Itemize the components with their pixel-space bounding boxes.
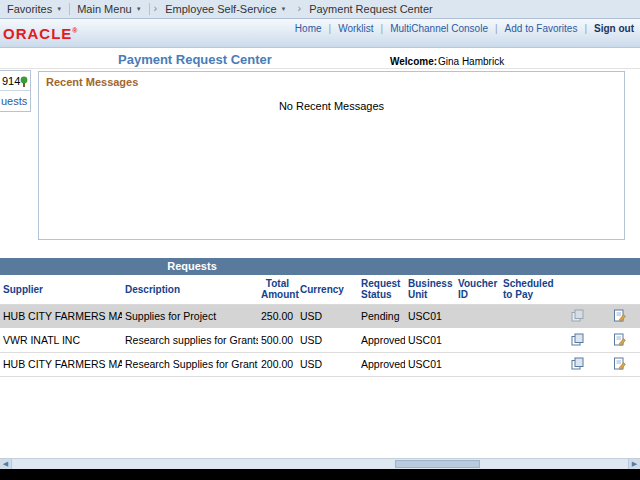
cell-scheduled-to-pay	[500, 304, 556, 328]
column-header-currency: Currency	[297, 275, 358, 304]
cell-currency: USD	[297, 328, 358, 352]
chevron-down-icon: ▼	[136, 6, 142, 12]
favorites-menu[interactable]: Favorites ▼	[0, 3, 69, 15]
breadcrumb-arrow-icon: ›	[293, 2, 302, 16]
cell-supplier: HUB CITY FARMERS MARKET/	[0, 304, 122, 328]
cell-scheduled-to-pay	[500, 328, 556, 352]
column-header-supplier: Supplier	[0, 275, 122, 304]
cell-total-amount: 500.00	[258, 328, 297, 352]
favorites-menu-label: Favorites	[7, 3, 52, 15]
requests-table: Supplier Description Total Amount Curren…	[0, 275, 640, 377]
cell-total-amount: 250.00	[258, 304, 297, 328]
column-header-business-unit: Business Unit	[405, 275, 455, 304]
chevron-down-icon: ▼	[56, 6, 62, 12]
breadcrumb-arrow-icon: ›	[150, 2, 159, 16]
cell-voucher-id	[455, 352, 500, 376]
edit-document-icon[interactable]	[613, 357, 626, 372]
main-menu[interactable]: Main Menu ▼	[70, 3, 148, 15]
table-header-row: Supplier Description Total Amount Curren…	[0, 275, 640, 304]
documents-icon[interactable]	[571, 357, 584, 372]
cell-description: Research Supplies for Grant	[122, 352, 258, 376]
title-divider	[0, 68, 640, 69]
cell-scheduled-to-pay	[500, 352, 556, 376]
home-link[interactable]: Home	[295, 23, 322, 34]
edit-document-icon[interactable]	[613, 333, 626, 348]
no-recent-messages-text: No Recent Messages	[39, 100, 624, 112]
sign-out-link[interactable]: Sign out	[594, 23, 634, 34]
column-header-actions	[598, 275, 640, 304]
multichannel-console-link[interactable]: MultiChannel Console	[390, 23, 488, 34]
cell-total-amount: 200.00	[258, 352, 297, 376]
chevron-down-icon: ▼	[281, 6, 287, 12]
cell-voucher-id	[455, 304, 500, 328]
cell-currency: USD	[297, 352, 358, 376]
scroll-right-button[interactable]: ▶	[628, 459, 640, 469]
user-name: Gina Hambrick	[438, 56, 504, 67]
cell-description: Research supplies for Grants	[122, 328, 258, 352]
breadcrumb-label: Employee Self-Service	[165, 3, 276, 15]
bottom-bar	[0, 469, 640, 480]
breadcrumb-label: Payment Request Center	[309, 3, 433, 15]
page-title: Payment Request Center	[118, 52, 272, 67]
horizontal-scrollbar[interactable]: ◀ ▶	[0, 458, 640, 469]
requests-link[interactable]: uests	[1, 95, 27, 107]
requests-section-bar: Requests	[0, 258, 640, 275]
column-header-description: Description	[122, 275, 258, 304]
breadcrumb-bar: Favorites ▼ Main Menu ▼ › Employee Self-…	[0, 0, 640, 19]
column-header-voucher-id: Voucher ID	[455, 275, 500, 304]
link-divider: |	[584, 23, 587, 34]
banner: ORACLE® Home | Worklist | MultiChannel C…	[0, 19, 640, 48]
add-to-favorites-link[interactable]: Add to Favorites	[505, 23, 578, 34]
recent-messages-title: Recent Messages	[46, 76, 138, 88]
column-header-request-status: Request Status	[358, 275, 405, 304]
cell-request-status: Approved	[358, 328, 405, 352]
welcome-label: Welcome:	[390, 56, 437, 67]
table-row: HUB CITY FARMERS MARKET/ Research Suppli…	[0, 352, 640, 376]
oracle-logo: ORACLE®	[3, 25, 79, 42]
recent-messages-box: Recent Messages No Recent Messages	[38, 71, 625, 240]
panel-divider	[0, 90, 30, 91]
cell-business-unit: USC01	[405, 304, 455, 328]
column-header-actions	[556, 275, 598, 304]
cell-voucher-id	[455, 328, 500, 352]
table-row: VWR INATL INC Research supplies for Gran…	[0, 328, 640, 352]
cell-request-status: Pending	[358, 304, 405, 328]
payment-request-center-screen: Favorites ▼ Main Menu ▼ › Employee Self-…	[0, 0, 640, 480]
cell-business-unit: USC01	[405, 352, 455, 376]
link-divider: |	[495, 23, 498, 34]
documents-icon[interactable]	[571, 333, 584, 348]
breadcrumb-payment-request-center[interactable]: Payment Request Center	[302, 3, 440, 15]
pending-requests-count: 914	[2, 75, 20, 87]
banner-links: Home | Worklist | MultiChannel Console |…	[295, 23, 634, 34]
edit-document-icon[interactable]	[613, 309, 626, 324]
requests-section-title: Requests	[0, 260, 384, 272]
cell-business-unit: USC01	[405, 328, 455, 352]
link-divider: |	[329, 23, 332, 34]
cell-currency: USD	[297, 304, 358, 328]
left-summary-panel: 914 uests	[0, 70, 31, 112]
column-header-scheduled-to-pay: Scheduled to Pay	[500, 275, 556, 304]
cell-supplier: VWR INATL INC	[0, 328, 122, 352]
cell-description: Supplies for Project	[122, 304, 258, 328]
table-row: HUB CITY FARMERS MARKET/ Supplies for Pr…	[0, 304, 640, 328]
link-divider: |	[381, 23, 384, 34]
column-header-total-amount: Total Amount	[258, 275, 297, 304]
main-menu-label: Main Menu	[77, 3, 131, 15]
scroll-left-button[interactable]: ◀	[0, 459, 12, 469]
breadcrumb-employee-self-service[interactable]: Employee Self-Service ▼	[158, 3, 293, 15]
cell-supplier: HUB CITY FARMERS MARKET/	[0, 352, 122, 376]
scrollbar-thumb[interactable]	[395, 460, 480, 468]
documents-icon[interactable]	[571, 309, 584, 324]
worklist-link[interactable]: Worklist	[338, 23, 373, 34]
cell-request-status: Approved	[358, 352, 405, 376]
